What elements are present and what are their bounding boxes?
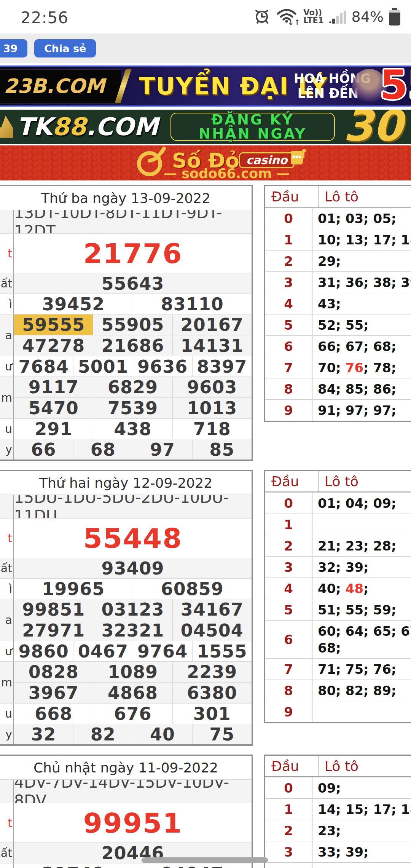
loto-row: 110; 13; 17; 18; (265, 229, 411, 250)
loto-row: 552; 55; (265, 314, 411, 335)
prize-value: 83110 (133, 294, 252, 314)
result-date: Chủ nhật ngày 11-09-2022 (0, 756, 252, 779)
prize-value: 14131 (172, 335, 252, 356)
loto-table-2022-09-13: Đầu Lô tô 001; 03; 05; 110; 13; 17; 18; … (264, 185, 411, 422)
wifi-arrows-icon: ↓↑ (288, 18, 301, 27)
prize-fifth-rows: m 9117 6829 9603 5470 7539 1013 (0, 377, 252, 418)
prize-value: 438 (93, 419, 172, 439)
prize-value: 2239 (172, 662, 252, 682)
prize-fourth-row: ư 7684 5001 9636 8397 (0, 356, 252, 377)
prize-value: 0467 (73, 641, 132, 661)
prize-first-value: 93409 (14, 558, 252, 578)
loto-row: 001; 04; 09; (265, 492, 411, 514)
prize-value: 85 (192, 439, 252, 460)
banner-agency-promo-number: 55 (380, 65, 411, 107)
result-code: 15DU-1DU-5DU-2DU-10DU-11DU (14, 495, 252, 518)
loto-row: 443; (265, 293, 411, 314)
prize-first-row: ất 93409 (0, 558, 252, 578)
loto-row: 223; (265, 820, 411, 841)
battery-icon (389, 8, 400, 26)
slot-machine-icon (290, 148, 307, 168)
prize-fifth-rows: m 0828 1089 2239 3967 4868 6380 (0, 661, 252, 703)
sodo-swirl-logo-icon (131, 145, 168, 180)
prize-value: 8397 (192, 356, 252, 377)
loto-row: 770; 76; 78; (265, 357, 411, 378)
volte-indicator: Vo)) LTE1 (303, 9, 323, 25)
loto-col-dau: Đầu (265, 186, 319, 207)
screen: { "status_bar": {"time":"22:56","battery… (0, 0, 411, 868)
prize-special-value: 55448 (14, 519, 252, 558)
prize-value: 27971 (14, 620, 93, 641)
prize-value: 94947 (133, 863, 252, 868)
share-bar: 39 Chia sẻ (0, 34, 411, 63)
prize-value: 9117 (14, 377, 93, 397)
prize-first-row: ất 55643 (0, 273, 252, 294)
prize-third-rows: a 59555 55905 20167 47278 21686 14131 (0, 314, 252, 356)
prize-value: 9636 (133, 356, 192, 377)
banner-sodo-ad[interactable]: Số Đỏ casino — sodo66.com — (0, 145, 411, 180)
prize-value: 7684 (14, 356, 73, 377)
loto-row: 1 (265, 514, 411, 535)
loto-col-dau: Đầu (265, 471, 319, 491)
prize-value: 04504 (172, 620, 252, 641)
result-code-row: 4DV-7DV-14DV-15DV-10DV-8DV (0, 779, 252, 803)
loto-row: 001; 03; 05; (265, 207, 411, 229)
loto-row: 880; 82; 89; (265, 680, 411, 701)
banner-agency-ad[interactable]: 23B.COM TUYỂN ĐẠI LÝ HOA HỒNG LÊN ĐẾN 55 (0, 65, 411, 107)
result-table-2022-09-13: Thứ ba ngày 13-09-2022 13DT-10DT-8DT-11D… (0, 185, 253, 461)
prize-value: 66 (14, 439, 73, 460)
loto-row: 884; 85; 86; (265, 378, 411, 399)
loto-row: 991; 97; 97; (265, 399, 411, 421)
share-button[interactable]: Chia sẻ (34, 39, 96, 57)
prize-value: 0828 (14, 662, 93, 682)
prize-value: 82 (73, 724, 132, 744)
loto-row: 331; 36; 38; 39; (265, 271, 411, 293)
prize-value: 7539 (93, 398, 172, 418)
loto-row: 333; 39; (265, 841, 411, 862)
loto-row: 221; 23; 28; (265, 535, 411, 556)
prize-special-row: t 55448 (0, 518, 252, 558)
banner-tk88-ad[interactable]: TK88.COM ĐĂNG KÝ NHẬN NGAY 30 (0, 110, 411, 144)
prize-special-value: 21776 (14, 234, 252, 273)
prize-sixth-row: u 291 438 718 (0, 418, 252, 439)
result-date: Thứ hai ngày 12-09-2022 (0, 471, 252, 495)
loto-table-2022-09-12: Đầu Lô tô 001; 04; 09; 1 221; 23; 28; 33… (264, 470, 411, 723)
prize-third-rows: a 99851 03123 34167 27971 32321 04504 (0, 599, 252, 641)
prize-special-row: t 21776 (0, 233, 252, 273)
result-code: 13DT-10DT-8DT-11DT-9DT-12DT (14, 210, 252, 233)
prize-value: 39452 (14, 294, 133, 314)
loto-table-2022-09-11: Đầu Lô tô 009; 114; 15; 17; 18; 223; 333… (264, 755, 411, 868)
loto-row: 666; 67; 68; (265, 335, 411, 357)
reaction-count-button[interactable]: 39 (0, 39, 27, 57)
prize-value: 03123 (93, 599, 172, 620)
loto-row: 009; (265, 777, 411, 798)
prize-value: 1555 (192, 641, 252, 661)
result-table-2022-09-12: Thứ hai ngày 12-09-2022 15DU-1DU-5DU-2DU… (0, 470, 253, 746)
prize-value: 47278 (14, 335, 93, 356)
loto-header-row: Đầu Lô tô (265, 186, 411, 207)
prize-value: 9764 (133, 641, 192, 661)
prize-value: 9860 (14, 641, 73, 661)
loto-header-row: Đầu Lô tô (265, 471, 411, 492)
alarm-icon (253, 7, 271, 26)
prize-value: 676 (93, 704, 172, 724)
result-table-2022-09-11: Chủ nhật ngày 11-09-2022 4DV-7DV-14DV-15… (0, 755, 253, 868)
prize-value: 718 (172, 419, 252, 439)
prize-value: 9603 (172, 377, 252, 397)
crown-icon (0, 116, 13, 138)
loto-row: 771; 75; 76; (265, 658, 411, 680)
loto-row: 114; 15; 17; 18; (265, 798, 411, 820)
prize-value: 68 (73, 439, 132, 460)
wifi-icon: ↓↑ (276, 8, 298, 26)
banner-agency-site: 23B.COM (4, 75, 105, 97)
prize-value: 6829 (93, 377, 172, 397)
prize-value: 21686 (93, 335, 172, 356)
loto-col-dau: Đầu (265, 756, 319, 776)
prize-value: 6380 (172, 683, 252, 703)
horizontal-scrollbar[interactable] (142, 857, 268, 863)
signal-strength-icon (329, 10, 346, 24)
result-date-row: Thứ hai ngày 12-09-2022 (0, 471, 252, 495)
result-date-row: Thứ ba ngày 13-09-2022 (0, 186, 252, 210)
prize-special-row: t 99951 (0, 803, 252, 842)
battery-percent: 84% (352, 8, 384, 25)
